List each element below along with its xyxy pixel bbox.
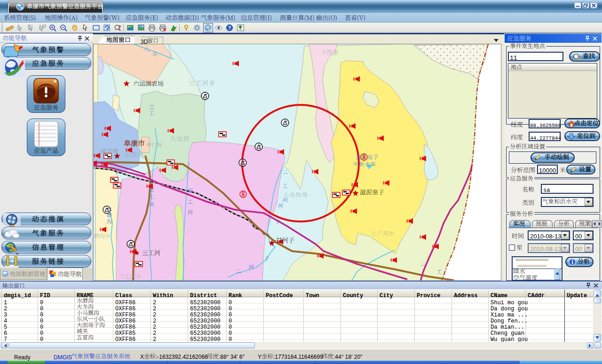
svg-text:?: ? xyxy=(228,25,231,31)
